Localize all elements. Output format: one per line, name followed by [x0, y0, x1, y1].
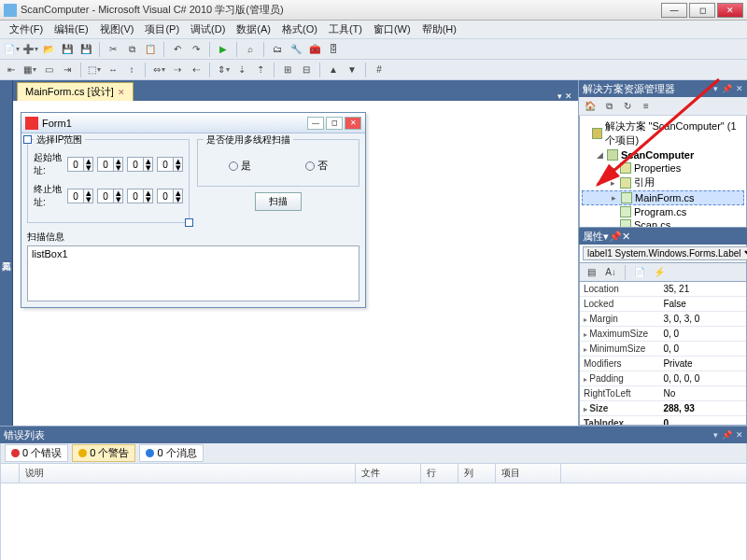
end-ip-4[interactable]: ▴▾ — [157, 189, 183, 203]
hspacing-inc-button[interactable]: ⇢ — [169, 62, 186, 78]
send-back-button[interactable]: ▼ — [344, 62, 360, 78]
prop-row-margin[interactable]: Margin3, 0, 3, 0 — [580, 312, 746, 327]
data-sources-button[interactable]: 🗄 — [325, 41, 342, 58]
solution-explorer-button[interactable]: 🗂 — [269, 41, 286, 58]
form-min-button[interactable]: — — [307, 117, 324, 130]
start-ip-1[interactable]: ▴▾ — [67, 157, 93, 172]
groupbox-ip-range[interactable]: 选择IP范围 起始地址: ▴▾ ▴▾ ▴▾ ▴▾ 终止地址: — [27, 139, 190, 223]
menu-data[interactable]: 数据(A) — [231, 21, 276, 38]
property-grid[interactable]: Location35, 21LockedFalseMargin3, 0, 3, … — [579, 282, 747, 426]
end-ip-2[interactable]: ▴▾ — [97, 189, 123, 203]
radio-yes[interactable]: 是 — [229, 159, 251, 173]
start-debug-button[interactable]: ▶ — [215, 41, 232, 58]
start-ip-2[interactable]: ▴▾ — [97, 157, 123, 172]
save-button[interactable]: 💾 — [59, 41, 76, 58]
vspacing-button[interactable]: ⇕ — [215, 62, 232, 78]
align-left-button[interactable]: ⇤ — [3, 62, 20, 78]
form-close-button[interactable]: ✕ — [345, 117, 361, 130]
soln-viewcode-icon[interactable]: ≡ — [638, 98, 655, 115]
soln-showall-icon[interactable]: ⧉ — [600, 98, 617, 115]
scan-button[interactable]: 扫描 — [255, 192, 302, 211]
toolbox-button[interactable]: 🧰 — [306, 41, 323, 58]
prop-pin-icon[interactable]: 📌 — [609, 231, 622, 243]
design-surface[interactable]: Form1 — ◻ ✕ 选择IP范围 起始地址: ▴▾ — [13, 101, 578, 426]
err-col-5[interactable]: 项目 — [496, 464, 561, 483]
new-project-button[interactable]: 📄 — [3, 41, 20, 58]
hspacing-button[interactable]: ⇔ — [150, 62, 167, 78]
menu-window[interactable]: 窗口(W) — [368, 21, 416, 38]
same-width-button[interactable]: ↔ — [105, 62, 121, 78]
tab-overflow-button[interactable]: ▾ ✕ — [552, 91, 578, 101]
center-v-button[interactable]: ⊟ — [298, 62, 315, 78]
tab-close-icon[interactable]: ✕ — [118, 88, 125, 97]
add-item-button[interactable]: ➕ — [21, 41, 38, 58]
prop-row-maximumsize[interactable]: MaximumSize0, 0 — [580, 327, 746, 342]
soln-refresh-icon[interactable]: ↻ — [619, 98, 636, 115]
form-window[interactable]: Form1 — ◻ ✕ 选择IP范围 起始地址: ▴▾ — [21, 112, 366, 308]
size-group-button[interactable]: ⬚ — [86, 62, 103, 78]
prop-row-righttoleft[interactable]: RightToLeftNo — [580, 386, 746, 401]
panel-close-icon[interactable]: ✕ — [736, 84, 743, 93]
menu-edit[interactable]: 编辑(E) — [49, 21, 94, 38]
err-dropdown-icon[interactable]: ▾ — [713, 430, 718, 440]
menu-tools[interactable]: 工具(T) — [323, 21, 368, 38]
prop-events-icon[interactable]: ⚡ — [651, 264, 668, 281]
find-button[interactable]: ⌕ — [242, 41, 259, 58]
undo-button[interactable]: ↶ — [169, 41, 186, 58]
close-button[interactable] — [717, 3, 743, 18]
prop-close-icon[interactable]: ✕ — [622, 231, 630, 243]
node-project[interactable]: ◢ScanComputer — [582, 148, 744, 161]
tab-mainform-design[interactable]: MainForm.cs [设计] ✕ — [17, 82, 134, 101]
err-pin-icon[interactable]: 📌 — [722, 430, 732, 440]
redo-button[interactable]: ↷ — [188, 41, 204, 58]
node-references[interactable]: ▸引用 — [582, 175, 744, 190]
hspacing-dec-button[interactable]: ⇠ — [188, 62, 204, 78]
open-button[interactable]: 📂 — [40, 41, 57, 58]
copy-button[interactable]: ⧉ — [123, 41, 140, 58]
prop-row-location[interactable]: Location35, 21 — [580, 282, 746, 297]
align-group-button[interactable]: ▦ — [21, 62, 38, 78]
end-ip-3[interactable]: ▴▾ — [127, 189, 153, 203]
messages-filter[interactable]: 0 个消息 — [139, 444, 203, 462]
start-ip-4[interactable]: ▴▾ — [157, 157, 183, 172]
radio-no[interactable]: 否 — [305, 159, 328, 173]
save-all-button[interactable]: 💾 — [78, 41, 94, 58]
prop-row-locked[interactable]: LockedFalse — [580, 297, 746, 312]
vspacing-dec-button[interactable]: ⇡ — [252, 62, 269, 78]
node-mainform[interactable]: ▸MainForm.cs — [582, 190, 744, 205]
soln-properties-icon[interactable]: 🏠 — [582, 98, 599, 115]
paste-button[interactable]: 📋 — [142, 41, 159, 58]
toolbox-strip[interactable]: 工具箱 — [0, 80, 13, 426]
prop-row-modifiers[interactable]: ModifiersPrivate — [580, 357, 746, 371]
form-max-button[interactable]: ◻ — [326, 117, 343, 130]
prop-row-padding[interactable]: Padding0, 0, 0, 0 — [580, 371, 746, 386]
error-grid[interactable]: 说明文件行列项目 — [0, 464, 747, 560]
vspacing-inc-button[interactable]: ⇣ — [233, 62, 250, 78]
same-height-button[interactable]: ↕ — [123, 62, 140, 78]
prop-alpha-icon[interactable]: A↓ — [602, 264, 619, 281]
err-col-0[interactable] — [1, 464, 20, 483]
err-close-icon[interactable]: ✕ — [736, 430, 743, 440]
menu-help[interactable]: 帮助(H) — [416, 21, 462, 38]
listbox-scan-results[interactable]: listBox1 — [27, 245, 359, 301]
minimize-button[interactable] — [661, 3, 687, 18]
panel-dropdown-icon[interactable]: ▾ — [713, 84, 718, 93]
prop-row-minimumsize[interactable]: MinimumSize0, 0 — [580, 342, 746, 357]
err-col-3[interactable]: 行 — [421, 464, 458, 483]
err-col-2[interactable]: 文件 — [356, 464, 421, 483]
groupbox-thread[interactable]: 是否使用多线程扫描 是 否 — [197, 139, 359, 187]
properties-button[interactable]: 🔧 — [288, 41, 304, 58]
menu-project[interactable]: 项目(P) — [139, 21, 185, 38]
align-center-button[interactable]: ▭ — [40, 62, 57, 78]
tab-order-button[interactable]: # — [371, 62, 388, 78]
prop-categorized-icon[interactable]: ▤ — [583, 264, 599, 281]
start-ip-3[interactable]: ▴▾ — [127, 157, 153, 172]
node-solution[interactable]: 解决方案 "ScanComputer" (1 个项目) — [582, 119, 744, 148]
warnings-filter[interactable]: 0 个警告 — [72, 444, 135, 462]
menu-format[interactable]: 格式(O) — [276, 21, 323, 38]
prop-row-size[interactable]: Size288, 93 — [580, 401, 746, 416]
err-col-4[interactable]: 列 — [458, 464, 496, 483]
err-col-1[interactable]: 说明 — [20, 464, 356, 483]
node-scan[interactable]: Scan.cs — [582, 218, 744, 228]
menu-debug[interactable]: 调试(D) — [185, 21, 231, 38]
